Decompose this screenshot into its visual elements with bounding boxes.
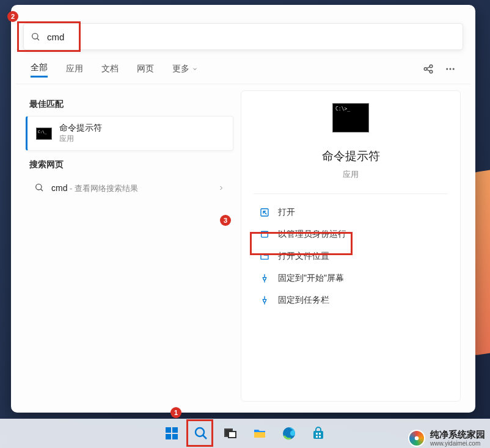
search-bar[interactable] xyxy=(23,23,463,50)
annotation-badge-3: 3 xyxy=(220,215,231,226)
preview-subtitle: 应用 xyxy=(343,169,359,180)
preview-title: 命令提示符 xyxy=(322,148,380,164)
svg-point-6 xyxy=(453,68,455,70)
pin-icon xyxy=(260,273,269,283)
svg-rect-14 xyxy=(172,434,178,439)
svg-rect-17 xyxy=(229,432,236,438)
cmd-icon-large: C:\>_ xyxy=(332,103,369,132)
watermark: 纯净系统家园 www.yidaimei.com xyxy=(408,430,485,447)
tab-more[interactable]: 更多 xyxy=(172,63,198,77)
web-search-item[interactable]: cmd - 查看网络搜索结果 xyxy=(26,176,233,200)
chevron-down-icon xyxy=(192,66,198,72)
results-column: 最佳匹配 C:\_ 命令提示符 应用 搜索网页 cmd - 查看网络搜索结果 xyxy=(26,90,233,402)
action-run-admin-label: 以管理员身份运行 xyxy=(278,229,346,240)
svg-point-0 xyxy=(32,34,38,39)
action-open-location[interactable]: 打开文件位置 xyxy=(254,245,448,267)
action-pin-start-label: 固定到"开始"屏幕 xyxy=(278,273,344,284)
pin-icon xyxy=(260,295,269,305)
action-pin-start[interactable]: 固定到"开始"屏幕 xyxy=(254,267,448,289)
tab-all[interactable]: 全部 xyxy=(31,62,48,78)
annotation-badge-2: 2 xyxy=(7,11,18,22)
share-icon[interactable] xyxy=(423,63,434,77)
svg-rect-13 xyxy=(166,434,171,439)
taskbar-search-button[interactable] xyxy=(189,421,213,446)
svg-point-2 xyxy=(430,65,433,68)
task-view-button[interactable] xyxy=(218,421,243,446)
svg-rect-19 xyxy=(313,431,323,439)
open-icon xyxy=(260,208,269,217)
store-button[interactable] xyxy=(306,421,331,446)
start-button[interactable] xyxy=(159,421,184,446)
tab-web[interactable]: 网页 xyxy=(137,63,154,77)
svg-point-4 xyxy=(446,68,448,70)
best-match-label: 最佳匹配 xyxy=(29,99,233,110)
preview-pane: C:\>_ 命令提示符 应用 打开 以管理员身份运行 xyxy=(241,90,461,402)
search-icon xyxy=(34,182,44,194)
tab-more-label: 更多 xyxy=(172,63,189,74)
search-input[interactable] xyxy=(47,32,463,42)
folder-icon xyxy=(260,251,269,261)
svg-point-15 xyxy=(196,428,204,436)
web-search-term: cmd xyxy=(51,183,67,193)
cmd-icon: C:\_ xyxy=(36,128,52,140)
search-icon xyxy=(24,32,47,42)
watermark-title: 纯净系统家园 xyxy=(430,430,485,440)
svg-rect-11 xyxy=(166,427,171,433)
svg-rect-20 xyxy=(316,433,318,435)
action-pin-taskbar-label: 固定到任务栏 xyxy=(278,295,329,306)
tab-documents[interactable]: 文档 xyxy=(101,63,119,77)
action-open-label: 打开 xyxy=(278,207,295,218)
svg-point-1 xyxy=(424,67,427,70)
search-window: 全部 应用 文档 网页 更多 最佳匹配 C:\_ 命令提示符 应用 xyxy=(11,5,475,413)
file-explorer-button[interactable] xyxy=(247,421,272,446)
edge-button[interactable] xyxy=(277,421,301,446)
more-options-icon[interactable] xyxy=(445,63,456,77)
watermark-url: www.yidaimei.com xyxy=(430,440,485,447)
best-match-sub: 应用 xyxy=(59,134,102,144)
watermark-icon xyxy=(408,430,425,447)
svg-rect-12 xyxy=(172,427,178,433)
tab-apps[interactable]: 应用 xyxy=(66,63,83,77)
shield-icon xyxy=(260,229,269,239)
action-pin-taskbar[interactable]: 固定到任务栏 xyxy=(254,289,448,311)
svg-point-7 xyxy=(36,184,42,190)
web-search-label: 搜索网页 xyxy=(29,159,233,170)
action-open[interactable]: 打开 xyxy=(254,201,448,223)
svg-rect-23 xyxy=(319,436,321,438)
tabs: 全部 应用 文档 网页 更多 xyxy=(16,56,470,84)
svg-rect-10 xyxy=(261,231,268,233)
action-open-location-label: 打开文件位置 xyxy=(278,251,329,262)
svg-rect-22 xyxy=(316,436,318,438)
best-match-title: 命令提示符 xyxy=(59,123,102,134)
web-search-hint: - 查看网络搜索结果 xyxy=(67,184,138,193)
chevron-right-icon xyxy=(218,184,225,193)
annotation-badge-1: 1 xyxy=(170,407,181,418)
svg-point-5 xyxy=(450,68,452,70)
best-match-item[interactable]: C:\_ 命令提示符 应用 xyxy=(26,116,233,151)
svg-point-3 xyxy=(430,70,433,73)
divider xyxy=(254,193,448,194)
svg-rect-21 xyxy=(319,433,321,435)
action-run-admin[interactable]: 以管理员身份运行 xyxy=(254,223,448,245)
